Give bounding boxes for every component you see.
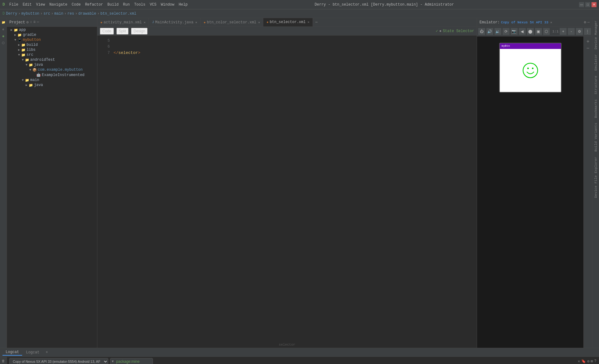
project-panel-icons[interactable]: ⚙ ↕ ≡ — — [26, 20, 39, 25]
emu-back-btn[interactable]: ◀ — [519, 28, 526, 35]
device-manager-tab[interactable]: Device Manager — [593, 18, 598, 52]
menu-vcs[interactable]: VCS — [148, 2, 158, 7]
emu-vol-up-btn[interactable]: 🔊 — [486, 28, 493, 35]
minimize-button[interactable]: — — [579, 2, 584, 7]
minimize-panel-icon[interactable]: — — [37, 20, 39, 25]
split-view-btn[interactable]: Split — [116, 28, 129, 35]
emu-more-btn[interactable]: ⋮ — [584, 28, 591, 35]
emu-fold-btn[interactable]: ⬡ — [543, 28, 550, 35]
breadcrumb-item-2[interactable]: src — [43, 12, 50, 16]
emulator-minimize-icon[interactable]: — — [587, 20, 590, 25]
tab-close-1[interactable]: ✕ — [195, 21, 197, 24]
clear-logcat-icon[interactable]: 🗑 — [1, 358, 6, 364]
logcat-tab-0[interactable]: Logcat — [2, 349, 22, 356]
expand-icon[interactable]: ↕ — [30, 20, 32, 25]
menu-refactor[interactable]: Refactor — [83, 2, 105, 7]
emu-snapshot-btn[interactable]: 📷 — [511, 28, 518, 35]
bookmark-logcat-icon[interactable]: 🔖 — [581, 359, 586, 364]
tab-btn-selector[interactable]: ◈ btn_selector.xml ✕ — [263, 18, 313, 27]
tree-item-androidtest[interactable]: ▼ 📁 androidTest — [7, 57, 97, 62]
menu-view[interactable]: View — [34, 2, 47, 7]
logcat-add-tab[interactable]: + — [43, 350, 50, 355]
settings-icon[interactable]: ⚙ — [26, 20, 28, 25]
menu-window[interactable]: Window — [159, 2, 176, 7]
tab-mainactivity[interactable]: J MainActivity.java ✕ — [149, 18, 200, 27]
app-logo: D — [2, 2, 5, 7]
title-bar: D File Edit View Navigate Code Refactor … — [0, 0, 599, 9]
window-controls[interactable]: — □ ✕ — [579, 2, 597, 7]
emulator-device-close[interactable]: ✕ — [550, 21, 552, 24]
tree-item-src[interactable]: ▼ 📁 src — [7, 52, 97, 57]
structure-tab[interactable]: Structure — [593, 73, 598, 97]
emu-zoom-out-btn[interactable]: - — [568, 28, 575, 35]
emu-home-btn[interactable]: ⬤ — [527, 28, 534, 35]
tree-item-mybutton[interactable]: ▼ 📱 mybutton — [7, 37, 97, 42]
tree-item-package[interactable]: ▼ 📦 com.example.mybutton — [7, 67, 97, 72]
breadcrumb-item-0[interactable]: Derry — [6, 12, 17, 16]
android-icon-btn[interactable]: ◉ — [0, 33, 7, 39]
tree-item-java-android[interactable]: ▼ 📁 java — [7, 62, 97, 67]
tree-item-exampleinstrumented[interactable]: 🤖 ExampleInstrumented — [7, 72, 97, 78]
emu-zoom-in-btn[interactable]: + — [560, 28, 567, 35]
tab-close-2[interactable]: ✕ — [258, 21, 260, 24]
emu-rotate-btn[interactable]: ⟳ — [503, 28, 509, 35]
zoom-out-icon[interactable]: − — [587, 46, 590, 51]
filter-input[interactable] — [114, 358, 151, 364]
logcat-tab-1[interactable]: Logcat — [23, 350, 42, 355]
menu-help[interactable]: Help — [177, 2, 190, 7]
left-sidebar-icons: 📁 ⚙ ◉ ⬡ — [0, 18, 7, 348]
design-view-btn[interactable]: Design — [131, 28, 148, 35]
menu-file[interactable]: File — [7, 2, 20, 7]
menu-code[interactable]: Code — [70, 2, 83, 7]
tree-item-main[interactable]: ▼ 📁 main — [7, 78, 97, 83]
breadcrumb-item-4[interactable]: res — [67, 12, 74, 16]
expand-logcat-icon[interactable]: ⊞ — [591, 359, 593, 364]
project-panel-icon[interactable]: 📁 — [0, 19, 7, 26]
menu-navigate[interactable]: Navigate — [47, 2, 69, 7]
tree-item-libs[interactable]: ▶ 📁 libs — [7, 47, 97, 52]
tree-item-java-main[interactable]: ▶ 📁 java — [7, 83, 97, 88]
emulator-settings-icon[interactable]: ⚙ — [584, 20, 586, 25]
code-view-btn[interactable]: Code — [100, 28, 114, 35]
breadcrumb-item-3[interactable]: main — [54, 12, 63, 16]
phone-content — [500, 49, 561, 92]
editor-content[interactable]: 5 6 7 </selector> selector — [97, 36, 477, 348]
close-button[interactable]: ✕ — [592, 2, 597, 7]
maximize-button[interactable]: □ — [585, 2, 590, 7]
menu-bar[interactable]: File Edit View Navigate Code Refactor Bu… — [7, 2, 190, 7]
tree-item-build[interactable]: ▶ 📁 build — [7, 42, 97, 47]
emu-settings-btn[interactable]: ⚙ — [576, 28, 583, 35]
close-logcat-icon[interactable]: ✕ — [578, 359, 580, 364]
breadcrumb-item-5[interactable]: drawable — [78, 12, 96, 16]
breadcrumb-item-1[interactable]: mybutton — [21, 12, 39, 16]
tab-close-3[interactable]: ✕ — [308, 20, 309, 24]
filter-container: ▼ — [110, 358, 153, 364]
build-variants-tab[interactable]: Build Variants — [593, 120, 598, 154]
device-selector[interactable]: Copy of Nexus 5X API 33 (emulator-5554) … — [9, 358, 108, 364]
tree-item-gradle[interactable]: ▶ 📁 gradle — [7, 32, 97, 37]
tab-close-0[interactable]: ✕ — [144, 21, 145, 24]
emulator-controls[interactable]: ⏻ 🔊 🔉 ⟳ 📷 ◀ ⬤ ▣ ⬡ 1:1 + - ⚙ ⋮ — [477, 27, 592, 36]
filter-icon[interactable]: ≡ — [33, 20, 36, 25]
emu-vol-down-btn[interactable]: 🔉 — [494, 28, 501, 35]
menu-tools[interactable]: Tools — [132, 2, 147, 7]
breadcrumb-file[interactable]: btn_selector.xml — [100, 12, 136, 16]
menu-run[interactable]: Run — [121, 2, 132, 7]
emu-power-btn[interactable]: ⏻ — [478, 28, 485, 35]
bookmarks-tab[interactable]: Bookmarks — [593, 97, 598, 120]
resources-icon[interactable]: ⚙ — [0, 26, 7, 32]
zoom-in-icon[interactable]: + — [587, 39, 590, 45]
emulator-side-tab[interactable]: Emulator — [593, 52, 598, 73]
device-file-explorer-tab[interactable]: Device File Explorer — [593, 154, 598, 200]
menu-edit[interactable]: Edit — [21, 2, 34, 7]
menu-build[interactable]: Build — [105, 2, 120, 7]
project-panel-header: Project ⚙ ↕ ≡ — — [7, 18, 97, 27]
tab-activity-main[interactable]: ◈ activity_main.xml ✕ — [97, 18, 149, 27]
emu-recents-btn[interactable]: ▣ — [535, 28, 542, 35]
tree-item-app[interactable]: ▶ 📁 app — [7, 27, 97, 32]
tab-btn-color-selector[interactable]: ◈ btn_color_selector.xml ✕ — [201, 18, 264, 27]
more-tabs[interactable]: ⋯ — [313, 20, 320, 25]
commit-icon[interactable]: ⬡ — [0, 40, 7, 46]
help-logcat-icon[interactable]: ? — [594, 359, 597, 364]
settings-logcat-icon[interactable]: ⚙ — [587, 359, 589, 364]
